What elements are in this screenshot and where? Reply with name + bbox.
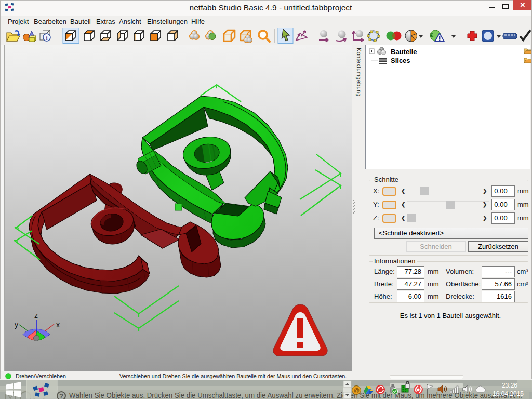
svg-text:y: y [15, 321, 18, 329]
svg-text:16.04.2015: 16.04.2015 [493, 390, 524, 397]
svg-text:x: x [56, 321, 60, 329]
svg-text:?: ? [59, 392, 63, 399]
svg-text:@: @ [354, 387, 360, 393]
svg-text:23:26: 23:26 [502, 382, 517, 389]
svg-text:i: i [46, 35, 48, 41]
svg-text:z: z [34, 311, 38, 320]
svg-text:€: € [430, 32, 433, 38]
